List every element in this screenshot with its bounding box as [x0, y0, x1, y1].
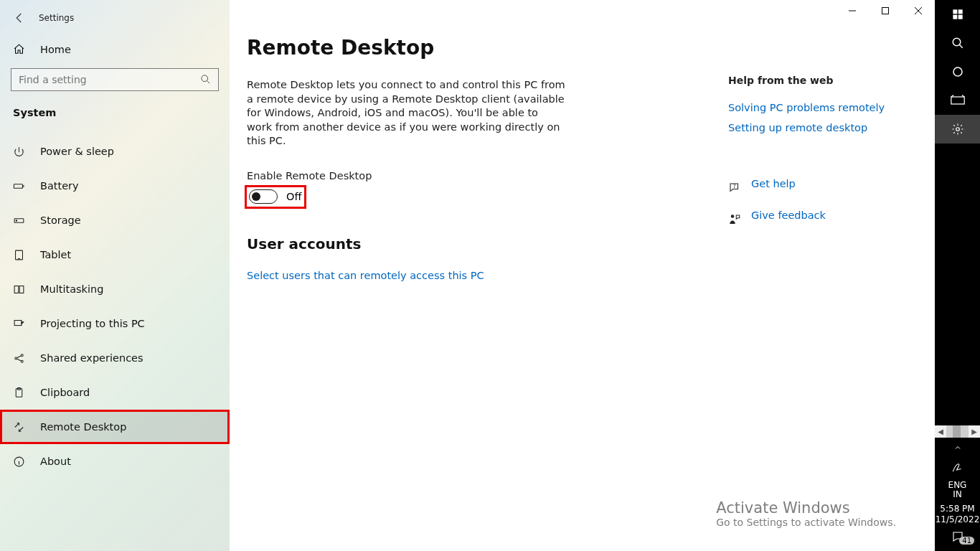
window-controls: [836, 0, 935, 22]
svg-point-3: [16, 220, 17, 220]
sidebar-item-label: Projecting to this PC: [40, 318, 145, 329]
sidebar-item-multitasking[interactable]: Multitasking: [0, 272, 230, 306]
task-view-button[interactable]: [935, 86, 980, 115]
svg-rect-5: [14, 286, 19, 293]
search-input[interactable]: [11, 68, 219, 91]
tray-clock[interactable]: 5:58 PM 11/5/2022: [935, 502, 980, 527]
home-icon: [13, 43, 25, 55]
tray-lang-top: ENG: [935, 481, 980, 490]
minimize-button[interactable]: [836, 0, 869, 22]
sidebar-item-label: Tablet: [40, 249, 71, 260]
sidebar-item-storage[interactable]: Storage: [0, 203, 230, 237]
sidebar-item-label: Storage: [40, 215, 81, 226]
enable-toggle-highlight: Off: [247, 187, 304, 207]
taskbar: ◀ ▶ ENG IN 5:58 PM 11/5/2022 41: [935, 0, 980, 551]
sidebar-item-clipboard[interactable]: Clipboard: [0, 375, 230, 410]
sidebar-item-label: Power & sleep: [40, 146, 114, 157]
search-button[interactable]: [935, 29, 980, 57]
scroll-thumb[interactable]: [953, 425, 961, 438]
svg-rect-20: [958, 15, 962, 19]
svg-rect-23: [951, 97, 963, 104]
svg-rect-17: [953, 9, 957, 14]
page-description: Remote Desktop lets you connect to and c…: [247, 78, 566, 149]
sidebar-item-remote-desktop[interactable]: Remote Desktop: [0, 410, 230, 444]
sidebar-home-label: Home: [40, 44, 71, 55]
sidebar-item-label: Multitasking: [40, 283, 103, 295]
get-help-link[interactable]: Get help: [751, 178, 796, 189]
notif-badge: 41: [959, 537, 974, 545]
svg-point-0: [202, 75, 208, 82]
tray-notifications[interactable]: 41: [935, 527, 980, 547]
sidebar-item-label: Battery: [40, 180, 79, 192]
feedback-icon: [728, 213, 741, 226]
sidebar-item-label: Remote Desktop: [40, 421, 126, 433]
svg-rect-6: [19, 286, 24, 293]
close-button[interactable]: [902, 0, 935, 22]
scroll-track[interactable]: [946, 425, 969, 438]
power-icon: [13, 146, 25, 158]
tray-time: 5:58 PM: [935, 504, 980, 514]
help-heading: Help from the web: [728, 75, 900, 86]
scroll-left-icon[interactable]: ◀: [935, 428, 946, 435]
window-title: Settings: [39, 13, 74, 23]
sidebar-item-label: Clipboard: [40, 387, 90, 398]
svg-rect-1: [14, 184, 22, 188]
page-title: Remote Desktop: [247, 36, 918, 60]
tray-overflow-button[interactable]: [935, 438, 980, 458]
tablet-icon: [13, 249, 25, 261]
activate-windows-watermark: Activate Windows Go to Settings to activ…: [716, 499, 896, 528]
maximize-button[interactable]: [869, 0, 902, 22]
svg-point-10: [21, 360, 23, 362]
sidebar-item-label: Shared experiences: [40, 352, 143, 364]
help-link-solving[interactable]: Solving PC problems remotely: [728, 102, 900, 113]
watermark-subtitle: Go to Settings to activate Windows.: [716, 517, 896, 528]
sidebar-item-tablet[interactable]: Tablet: [0, 237, 230, 272]
back-icon[interactable]: [13, 11, 26, 24]
toggle-knob: [252, 192, 260, 201]
svg-text:?: ?: [733, 183, 736, 189]
get-help-icon: ?: [728, 182, 741, 194]
clipboard-icon: [13, 387, 25, 399]
help-pane: Help from the web Solving PC problems re…: [728, 75, 900, 241]
svg-point-22: [953, 67, 962, 76]
tray-lang-bottom: IN: [935, 490, 980, 499]
svg-point-21: [953, 38, 961, 46]
sidebar-item-shared[interactable]: Shared experiences: [0, 341, 230, 375]
svg-point-15: [731, 215, 735, 218]
select-users-link[interactable]: Select users that can remotely access th…: [247, 270, 484, 281]
enable-toggle[interactable]: [249, 189, 278, 204]
start-button[interactable]: [935, 0, 980, 29]
tray-input-indicator[interactable]: [935, 458, 980, 478]
info-icon: [13, 456, 25, 468]
toggle-state-label: Off: [286, 191, 301, 202]
help-link-setup[interactable]: Setting up remote desktop: [728, 122, 900, 133]
sidebar-item-about[interactable]: About: [0, 444, 230, 479]
sidebar-home[interactable]: Home: [0, 30, 230, 68]
watermark-title: Activate Windows: [716, 499, 896, 517]
sidebar-item-projecting[interactable]: Projecting to this PC: [0, 306, 230, 341]
svg-rect-18: [958, 9, 962, 14]
sidebar: Settings Home System Power & sleep Batte…: [0, 0, 230, 551]
svg-point-24: [956, 128, 959, 131]
svg-rect-16: [882, 8, 889, 14]
sidebar-item-power-sleep[interactable]: Power & sleep: [0, 134, 230, 169]
remote-desktop-icon: [13, 421, 25, 433]
sidebar-item-battery[interactable]: Battery: [0, 169, 230, 203]
main-panel: Remote Desktop Remote Desktop lets you c…: [230, 0, 935, 551]
scroll-right-icon[interactable]: ▶: [969, 428, 980, 435]
svg-rect-7: [14, 320, 22, 325]
svg-point-9: [21, 354, 23, 356]
battery-icon: [13, 180, 25, 192]
taskbar-app-settings[interactable]: [935, 115, 980, 143]
sidebar-item-label: About: [40, 456, 71, 467]
give-feedback-link[interactable]: Give feedback: [751, 209, 826, 221]
cortana-button[interactable]: [935, 57, 980, 86]
settings-window: Settings Home System Power & sleep Batte…: [0, 0, 935, 551]
projecting-icon: [13, 318, 25, 330]
tray-date: 11/5/2022: [935, 514, 980, 525]
svg-point-8: [15, 357, 17, 359]
shared-icon: [13, 352, 25, 364]
search-icon: [200, 74, 211, 85]
taskbar-scrollbar[interactable]: ◀ ▶: [935, 425, 980, 438]
tray-language[interactable]: ENG IN: [935, 478, 980, 502]
